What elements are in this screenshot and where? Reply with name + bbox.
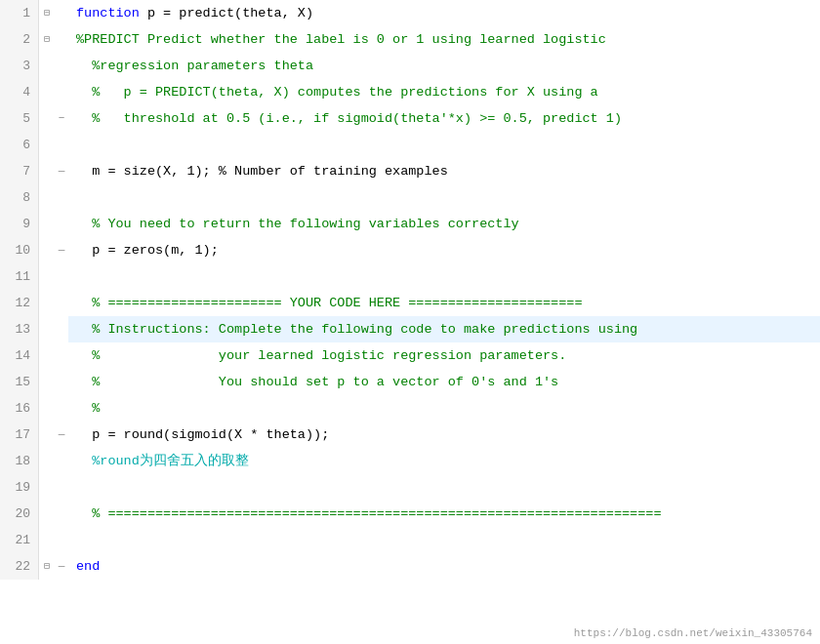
code-row: 7— m = size(X, 1); % Number of training … xyxy=(0,158,820,184)
code-line-content xyxy=(68,184,820,211)
code-token: %round为四舍五入的取整 xyxy=(76,448,249,474)
code-token: p = predict(theta, X) xyxy=(140,0,313,26)
fold-icon xyxy=(39,105,55,132)
code-line-content: % p = PREDICT(theta, X) computes the pre… xyxy=(68,79,820,105)
line-number: 17 xyxy=(0,422,39,448)
code-row: 12 % ====================== YOUR CODE HE… xyxy=(0,290,820,316)
code-line-content: % ======================================… xyxy=(68,501,820,527)
line-number: 19 xyxy=(0,474,39,501)
code-token: % p = PREDICT(theta, X) computes the pre… xyxy=(76,79,598,105)
code-line-content: % your learned logistic regression param… xyxy=(68,342,820,369)
code-line-content xyxy=(68,263,820,290)
dash-indicator xyxy=(55,53,68,79)
code-row: 15 % You should set p to a vector of 0's… xyxy=(0,369,820,395)
dash-indicator xyxy=(55,342,68,369)
code-line-content: function p = predict(theta, X) xyxy=(68,0,820,26)
line-number: 7 xyxy=(0,158,39,184)
code-token: end xyxy=(76,553,100,580)
line-number: 18 xyxy=(0,448,39,474)
dash-indicator xyxy=(55,316,68,342)
dash-indicator xyxy=(55,448,68,474)
dash-indicator xyxy=(55,132,68,158)
dash-indicator: — xyxy=(55,158,68,184)
code-token: p = round(sigmoid(X * theta)); xyxy=(76,422,329,448)
line-number: 13 xyxy=(0,316,39,342)
fold-icon[interactable]: ⊟ xyxy=(39,26,55,53)
code-line-content: % xyxy=(68,395,820,422)
fold-icon xyxy=(39,184,55,211)
code-line-content: % threshold at 0.5 (i.e., if sigmoid(the… xyxy=(68,105,820,132)
code-line-content: % You should set p to a vector of 0's an… xyxy=(68,369,820,395)
fold-icon xyxy=(39,158,55,184)
line-number: 16 xyxy=(0,395,39,422)
dash-indicator xyxy=(55,263,68,290)
line-number: 11 xyxy=(0,263,39,290)
code-row: 2⊟%PREDICT Predict whether the label is … xyxy=(0,26,820,53)
fold-icon xyxy=(39,316,55,342)
dash-indicator xyxy=(55,369,68,395)
fold-icon xyxy=(39,527,55,553)
code-row: 13 % Instructions: Complete the followin… xyxy=(0,316,820,342)
code-line-content: %round为四舍五入的取整 xyxy=(68,448,820,474)
code-row: 8 xyxy=(0,184,820,211)
code-row: 18 %round为四舍五入的取整 xyxy=(0,448,820,474)
code-token: % your learned logistic regression param… xyxy=(76,342,566,369)
fold-icon xyxy=(39,79,55,105)
fold-icon xyxy=(39,474,55,501)
code-line-content: p = zeros(m, 1); xyxy=(68,237,820,263)
fold-icon xyxy=(39,237,55,263)
code-line-content: % Instructions: Complete the following c… xyxy=(68,316,820,342)
fold-icon xyxy=(39,395,55,422)
code-line-content: %regression parameters theta xyxy=(68,53,820,79)
code-line-content: % ====================== YOUR CODE HERE … xyxy=(68,290,820,316)
line-number: 5 xyxy=(0,105,39,132)
fold-icon[interactable]: ⊟ xyxy=(39,553,55,580)
code-row: 10— p = zeros(m, 1); xyxy=(0,237,820,263)
code-token: function xyxy=(76,0,140,26)
dash-indicator: — xyxy=(55,422,68,448)
dash-indicator xyxy=(55,79,68,105)
dash-indicator xyxy=(55,474,68,501)
line-number: 1 xyxy=(0,0,39,26)
code-line-content: end xyxy=(68,553,820,580)
fold-icon xyxy=(39,422,55,448)
code-row: 9 % You need to return the following var… xyxy=(0,211,820,237)
dash-indicator xyxy=(55,501,68,527)
fold-icon[interactable]: ⊟ xyxy=(39,0,55,26)
fold-icon xyxy=(39,211,55,237)
fold-icon xyxy=(39,53,55,79)
code-line-content: m = size(X, 1); % Number of training exa… xyxy=(68,158,820,184)
code-row: 20 % ===================================… xyxy=(0,501,820,527)
line-number: 12 xyxy=(0,290,39,316)
code-area: 1⊟function p = predict(theta, X)2⊟%PREDI… xyxy=(0,0,820,644)
fold-icon xyxy=(39,132,55,158)
code-token: % You should set p to a vector of 0's an… xyxy=(76,369,558,395)
fold-icon xyxy=(39,342,55,369)
code-token: p = zeros(m, 1); xyxy=(76,237,219,263)
code-line-content: % You need to return the following varia… xyxy=(68,211,820,237)
line-number: 2 xyxy=(0,26,39,53)
code-row: 3 %regression parameters theta xyxy=(0,53,820,79)
code-row: 16 % xyxy=(0,395,820,422)
code-row: 17— p = round(sigmoid(X * theta)); xyxy=(0,422,820,448)
line-number: 6 xyxy=(0,132,39,158)
code-row: 6 xyxy=(0,132,820,158)
code-line-content xyxy=(68,132,820,158)
code-token: % threshold at 0.5 (i.e., if sigmoid(the… xyxy=(76,105,622,132)
code-row: 21 xyxy=(0,527,820,553)
code-row: 22⊟—end xyxy=(0,553,820,580)
code-row: 5− % threshold at 0.5 (i.e., if sigmoid(… xyxy=(0,105,820,132)
dash-indicator xyxy=(55,211,68,237)
code-row: 1⊟function p = predict(theta, X) xyxy=(0,0,820,26)
dash-indicator: — xyxy=(55,553,68,580)
code-row: 4 % p = PREDICT(theta, X) computes the p… xyxy=(0,79,820,105)
line-number: 20 xyxy=(0,501,39,527)
fold-icon xyxy=(39,369,55,395)
fold-icon xyxy=(39,263,55,290)
line-number: 8 xyxy=(0,184,39,211)
dash-indicator xyxy=(55,290,68,316)
line-number: 3 xyxy=(0,53,39,79)
code-token: %regression parameters theta xyxy=(76,53,313,79)
code-line-content xyxy=(68,474,820,501)
code-row: 14 % your learned logistic regression pa… xyxy=(0,342,820,369)
